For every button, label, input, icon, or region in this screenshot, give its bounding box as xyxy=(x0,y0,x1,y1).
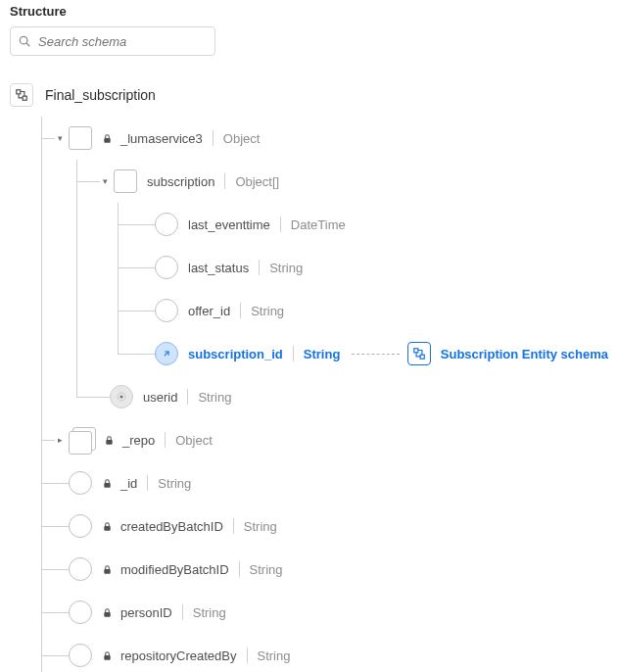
divider xyxy=(280,216,281,232)
search-input[interactable] xyxy=(10,26,215,56)
object-array-icon xyxy=(69,427,94,453)
scalar-icon xyxy=(69,557,92,581)
relationship-icon xyxy=(155,342,178,365)
lock-icon xyxy=(102,607,113,618)
field-type: String xyxy=(193,605,226,620)
field-type: String xyxy=(158,476,191,491)
scalar-icon xyxy=(69,471,92,495)
tree-node-created-by-batch-id[interactable]: createdByBatchID String xyxy=(10,504,608,548)
divider xyxy=(247,648,248,663)
field-type: String xyxy=(258,648,291,663)
divider xyxy=(213,130,214,146)
schema-ref-icon[interactable] xyxy=(407,342,431,365)
divider xyxy=(239,561,240,577)
svg-rect-14 xyxy=(104,655,110,660)
object-icon xyxy=(114,169,137,193)
field-type: String xyxy=(269,261,303,275)
lock-icon xyxy=(102,650,113,661)
field-name: subscription xyxy=(147,174,214,189)
schema-icon xyxy=(10,83,33,107)
field-name: last_status xyxy=(188,261,249,275)
field-name: personID xyxy=(120,605,172,620)
field-name: repositoryCreatedBy xyxy=(120,648,237,663)
field-type: String xyxy=(198,390,231,405)
scalar-icon xyxy=(69,514,92,538)
svg-rect-13 xyxy=(104,612,110,617)
svg-rect-9 xyxy=(106,440,112,445)
svg-rect-6 xyxy=(420,355,424,359)
svg-point-7 xyxy=(120,396,123,399)
divider xyxy=(240,303,241,318)
divider xyxy=(293,346,294,361)
field-type: Object[] xyxy=(235,174,279,189)
divider xyxy=(147,475,148,491)
lock-icon xyxy=(102,521,113,532)
scalar-icon xyxy=(155,256,178,279)
divider xyxy=(233,518,234,534)
lock-icon xyxy=(102,564,113,575)
svg-rect-2 xyxy=(17,90,21,94)
svg-rect-11 xyxy=(104,526,110,531)
field-name: userid xyxy=(143,390,177,405)
relationship-label[interactable]: Subscription Entity schema xyxy=(441,347,608,361)
field-type: String xyxy=(250,562,283,577)
chevron-right-icon[interactable]: ▸ xyxy=(55,435,65,445)
field-name: subscription_id xyxy=(188,347,283,361)
tree-root[interactable]: Final_subscription xyxy=(10,73,608,117)
field-type: Object xyxy=(223,131,261,146)
field-name: last_eventtime xyxy=(188,217,270,232)
field-name: _repo xyxy=(122,433,155,448)
tree-node-offer-id[interactable]: offer_id String xyxy=(10,289,608,332)
svg-rect-3 xyxy=(23,96,26,100)
svg-rect-10 xyxy=(104,483,110,488)
tree-node-repo[interactable]: ▸ _repo Object xyxy=(10,418,608,461)
scalar-icon xyxy=(155,299,178,322)
tree-node-last-eventtime[interactable]: last_eventtime DateTime xyxy=(10,203,608,246)
divider xyxy=(259,260,260,275)
panel-title: Structure xyxy=(10,4,608,19)
tree-node-subscription[interactable]: ▾ subscription Object[] xyxy=(10,160,608,203)
scalar-icon xyxy=(155,213,178,236)
search-icon xyxy=(18,34,31,48)
root-name: Final_subscription xyxy=(45,87,156,103)
lock-icon xyxy=(102,133,113,144)
chevron-down-icon[interactable]: ▾ xyxy=(55,133,65,143)
svg-line-1 xyxy=(26,43,29,46)
field-type: String xyxy=(251,304,284,318)
divider xyxy=(182,604,183,620)
tree-node-subscription-id[interactable]: subscription_id String Subscription Enti… xyxy=(10,332,608,375)
divider xyxy=(224,173,225,189)
tree-node-person-id[interactable]: personID String xyxy=(10,591,608,634)
svg-rect-12 xyxy=(104,569,110,574)
svg-rect-4 xyxy=(104,138,110,143)
schema-tree: Final_subscription ▾ _lumaservice3 Objec… xyxy=(10,73,608,672)
divider xyxy=(165,432,166,448)
scalar-icon xyxy=(69,600,92,624)
field-name: _lumaservice3 xyxy=(120,131,203,146)
field-type: String xyxy=(244,519,277,534)
lock-icon xyxy=(102,478,113,489)
tree-node-last-status[interactable]: last_status String xyxy=(10,246,608,289)
object-icon xyxy=(69,126,92,150)
tree-node-modified-by-batch-id[interactable]: modifiedByBatchID String xyxy=(10,548,608,591)
search-field[interactable] xyxy=(10,26,215,56)
divider xyxy=(187,389,188,405)
lock-icon xyxy=(104,435,115,446)
scalar-icon xyxy=(69,644,92,667)
tree-node-id[interactable]: _id String xyxy=(10,461,608,504)
tree-node-lumaservice3[interactable]: ▾ _lumaservice3 Object xyxy=(10,117,608,160)
field-type: String xyxy=(304,347,341,361)
svg-rect-5 xyxy=(414,349,418,353)
field-name: modifiedByBatchID xyxy=(120,562,229,577)
field-name: createdByBatchID xyxy=(120,519,223,534)
identity-icon xyxy=(110,385,133,408)
chevron-down-icon[interactable]: ▾ xyxy=(100,176,110,186)
field-type: Object xyxy=(175,433,213,448)
svg-point-0 xyxy=(20,36,27,44)
field-name: _id xyxy=(120,476,137,491)
field-type: DateTime xyxy=(291,217,346,232)
tree-node-userid[interactable]: userid String xyxy=(10,375,608,418)
relationship-line xyxy=(352,354,399,355)
field-name: offer_id xyxy=(188,304,230,318)
tree-node-repository-created-by[interactable]: repositoryCreatedBy String xyxy=(10,634,608,672)
